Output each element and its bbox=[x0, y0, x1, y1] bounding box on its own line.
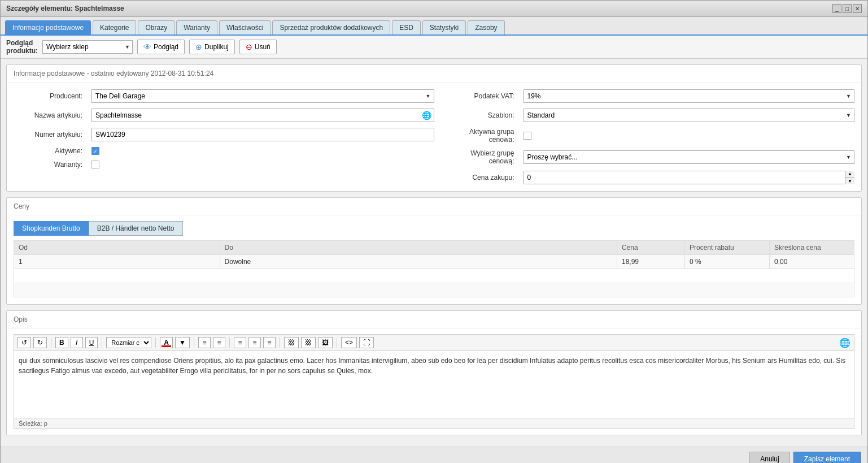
active-checkbox[interactable]: ✓ bbox=[91, 147, 99, 155]
table-row: 1 Dowolne 18,99 0 % 0,00 bbox=[14, 255, 854, 269]
producer-select[interactable]: The Deli Garage bbox=[91, 89, 434, 103]
price-tab-b2b[interactable]: B2B / Händler netto Netto bbox=[89, 221, 183, 236]
table-header-row: Od Do Cena Procent rabatu Skreślona cena bbox=[14, 241, 854, 255]
article-number-input[interactable] bbox=[91, 128, 434, 141]
eye-icon: 👁 bbox=[143, 42, 151, 51]
active-price-group-checkbox[interactable] bbox=[524, 132, 531, 140]
active-label: Aktywne: bbox=[14, 147, 87, 155]
form-right-col: Podatek VAT: 19% Szablon: Standard bbox=[434, 89, 855, 184]
close-button[interactable]: ✕ bbox=[853, 4, 862, 13]
cell-do: Dowolne bbox=[220, 255, 617, 269]
separator-3 bbox=[155, 337, 156, 348]
italic-button[interactable]: I bbox=[71, 337, 83, 348]
separator-4 bbox=[194, 337, 194, 348]
purchase-price-row: Cena zakupu: ▲ ▼ bbox=[446, 171, 855, 184]
select-price-group-label: Wybierz grupę cenową: bbox=[446, 149, 519, 165]
article-name-input[interactable] bbox=[91, 109, 434, 122]
shop-select-wrapper: Wybierz sklep bbox=[42, 40, 133, 54]
vat-select-wrapper: 19% bbox=[524, 89, 855, 103]
code-button[interactable]: <> bbox=[341, 337, 357, 348]
fullscreen-button[interactable]: ⛶ bbox=[359, 337, 374, 348]
basic-info-title: Informacje podstawowe - ostatnio edytowa… bbox=[7, 65, 861, 83]
editor-content[interactable]: qui dux somniculosus lascivio vel res co… bbox=[14, 351, 854, 418]
product-preview-label: Podglądproduktu: bbox=[6, 39, 38, 55]
producer-select-wrapper: The Deli Garage bbox=[91, 89, 434, 103]
article-name-label: Nazwa artykułu: bbox=[14, 111, 87, 119]
price-group-select[interactable]: Proszę wybrać... bbox=[524, 150, 855, 164]
duplicate-button[interactable]: ⊕ Duplikuj bbox=[189, 40, 235, 54]
producer-row: Producent: The Deli Garage bbox=[14, 89, 434, 103]
delete-button[interactable]: ⊖ Usuń bbox=[239, 40, 277, 54]
toolbar: Podglądproduktu: Wybierz sklep 👁 Podgląd… bbox=[1, 36, 867, 59]
separator-6 bbox=[280, 337, 280, 348]
preview-button[interactable]: 👁 Podgląd bbox=[137, 40, 185, 54]
article-number-label: Numer artykułu: bbox=[14, 131, 87, 139]
title-bar: Szczegóły elementu: Spachtelmasse _ □ ✕ bbox=[1, 1, 867, 17]
table-empty-row-2 bbox=[14, 283, 854, 297]
price-group-select-wrapper: Proszę wybrać... bbox=[524, 150, 855, 164]
align-right-button[interactable]: ≡ bbox=[263, 337, 276, 348]
tab-sprzedaz[interactable]: Sprzedaż produktów dodatkowych bbox=[272, 20, 390, 34]
basic-info-form: Producent: The Deli Garage Nazwa artykuł… bbox=[7, 83, 861, 191]
description-section: Opis ↺ ↻ B I U Rozmiar czc A bbox=[6, 310, 862, 435]
tab-zasoby[interactable]: Zasoby bbox=[468, 20, 504, 34]
active-price-group-row: Aktywna grupa cenowa: bbox=[446, 128, 855, 144]
table-empty-row-1 bbox=[14, 269, 854, 283]
price-table-container: Od Do Cena Procent rabatu Skreślona cena… bbox=[7, 240, 861, 304]
image-button[interactable]: 🖼 bbox=[318, 337, 333, 348]
delete-icon: ⊖ bbox=[246, 42, 252, 51]
separator-5 bbox=[229, 337, 230, 348]
price-tab-shopkunden[interactable]: Shopkunden Brutto bbox=[14, 221, 89, 236]
prices-section: Ceny Shopkunden Brutto B2B / Händler net… bbox=[6, 197, 862, 305]
article-number-field bbox=[91, 128, 434, 141]
tab-esd[interactable]: ESD bbox=[392, 20, 421, 34]
ordered-list-button[interactable]: ≡ bbox=[213, 337, 225, 348]
font-size-select[interactable]: Rozmiar czc bbox=[106, 337, 151, 348]
tab-informacje-podstawowe[interactable]: Informacje podstawowe bbox=[5, 20, 91, 34]
cell-skreslona: 0,00 bbox=[770, 255, 854, 269]
editor-globe-icon: 🌐 bbox=[839, 337, 850, 348]
save-button[interactable]: Zapisz element bbox=[793, 452, 861, 463]
tab-wlasciwosci[interactable]: Właściwości bbox=[219, 20, 271, 34]
link-button[interactable]: ⛓ bbox=[284, 337, 299, 348]
font-color-button[interactable]: A bbox=[160, 337, 173, 348]
undo-button[interactable]: ↺ bbox=[18, 337, 31, 348]
underline-button[interactable]: U bbox=[85, 337, 98, 348]
window-controls: _ □ ✕ bbox=[832, 4, 862, 13]
variants-checkbox[interactable] bbox=[91, 161, 99, 168]
delete-label: Usuń bbox=[255, 43, 271, 51]
tab-warianty[interactable]: Warianty bbox=[176, 20, 217, 34]
article-name-field: 🌐 bbox=[91, 109, 434, 122]
separator-2 bbox=[102, 337, 102, 348]
active-row: Aktywne: ✓ bbox=[14, 147, 434, 155]
cell-procent: 0 % bbox=[685, 255, 770, 269]
shop-select[interactable]: Wybierz sklep bbox=[42, 40, 133, 54]
purchase-price-input[interactable] bbox=[524, 171, 855, 184]
tab-bar: Informacje podstawowe Kategorie Obrazy W… bbox=[1, 17, 867, 36]
editor-toolbar: ↺ ↻ B I U Rozmiar czc A ▼ bbox=[14, 334, 854, 351]
article-number-row: Numer artykułu: bbox=[14, 128, 434, 141]
template-select-wrapper: Standard bbox=[524, 109, 855, 122]
cell-od: 1 bbox=[14, 255, 220, 269]
unordered-list-button[interactable]: ≡ bbox=[198, 337, 211, 348]
redo-button[interactable]: ↻ bbox=[33, 337, 47, 348]
spinner-controls: ▲ ▼ bbox=[845, 171, 854, 184]
spinner-up-button[interactable]: ▲ bbox=[845, 171, 854, 178]
th-procent: Procent rabatu bbox=[685, 241, 770, 255]
tab-statystyki[interactable]: Statystyki bbox=[422, 20, 466, 34]
spinner-down-button[interactable]: ▼ bbox=[845, 178, 854, 185]
unlink-button[interactable]: ⛓ bbox=[301, 337, 316, 348]
bold-button[interactable]: B bbox=[55, 337, 68, 348]
minimize-button[interactable]: _ bbox=[832, 4, 841, 13]
align-left-button[interactable]: ≡ bbox=[234, 337, 246, 348]
description-title: Opis bbox=[7, 311, 861, 328]
tab-obrazy[interactable]: Obrazy bbox=[138, 20, 175, 34]
restore-button[interactable]: □ bbox=[843, 4, 852, 13]
vat-select[interactable]: 19% bbox=[524, 89, 855, 103]
align-center-button[interactable]: ≡ bbox=[248, 337, 261, 348]
template-select[interactable]: Standard bbox=[524, 109, 855, 122]
color-dropdown-button[interactable]: ▼ bbox=[175, 337, 190, 348]
cancel-button[interactable]: Anuluj bbox=[749, 452, 790, 463]
th-od: Od bbox=[14, 241, 220, 255]
tab-kategorie[interactable]: Kategorie bbox=[93, 20, 136, 34]
